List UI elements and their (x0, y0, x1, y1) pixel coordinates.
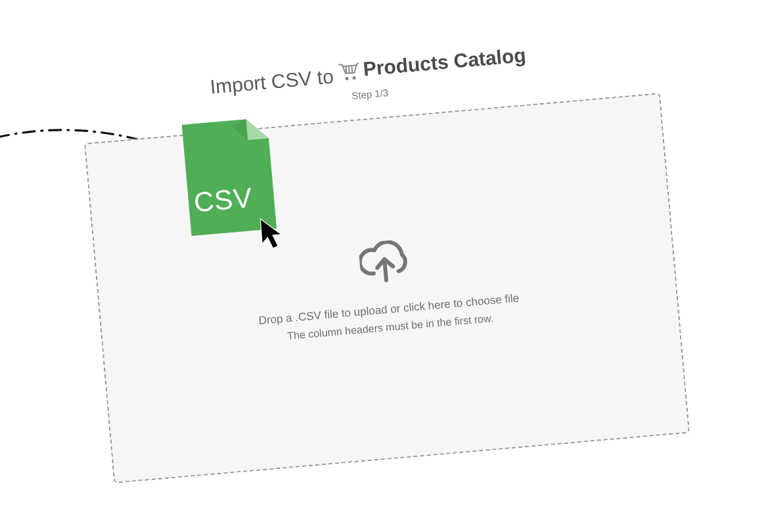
file-dropzone[interactable]: Drop a .CSV file to upload or click here… (84, 93, 690, 483)
dialog-header: Import CSV to (208, 44, 528, 114)
svg-point-3 (345, 77, 349, 81)
svg-point-4 (352, 76, 356, 80)
import-dialog: Import CSV to (72, 32, 696, 484)
svg-line-1 (348, 66, 349, 72)
title-catalog-name: Products Catalog (362, 44, 526, 81)
shopping-cart-icon (337, 61, 361, 83)
cloud-upload-icon (357, 239, 411, 289)
svg-line-2 (351, 66, 352, 72)
